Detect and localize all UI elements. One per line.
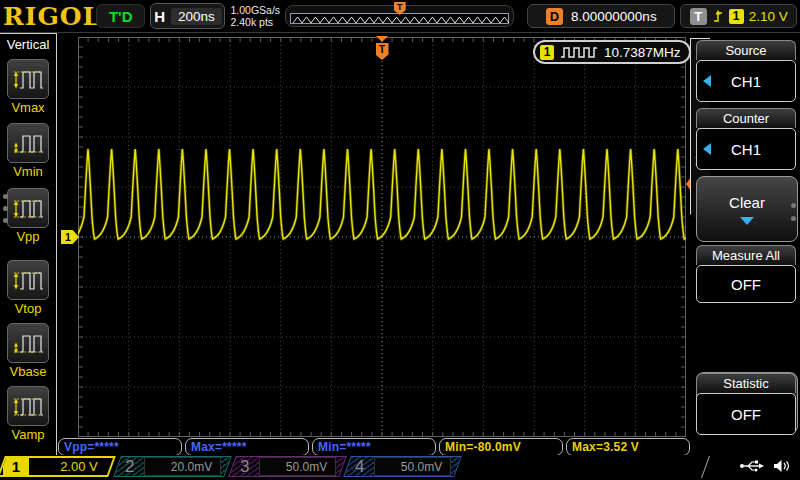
counter-label: Counter [696,108,796,128]
status-bar-divider [701,456,710,478]
sample-rate: 1.00GSa/s [230,4,280,16]
trigger-position-marker[interactable]: T [375,36,389,62]
measure-all-button[interactable]: OFF [696,265,796,303]
menu-item-vmin[interactable]: Vmin [0,123,56,179]
trigger-status-badge: T'D [96,4,145,28]
menu-item-vmax[interactable]: Vmax [0,59,56,115]
measure-all-label: Measure All [696,245,796,265]
measurement-min-value: Min=-80.0mV [439,438,563,456]
delay-icon: D [546,8,563,25]
vbase-icon [12,329,44,357]
trigger-position-arrow-icon [376,36,388,42]
menu-page-dots [791,203,796,221]
trigger-delay-value: 8.00000000ns [571,9,657,24]
trigger-icon: T [690,8,707,25]
trigger-level-value: 2.10 V [749,9,788,24]
memory-waveform-thumbnail [291,14,511,25]
rigol-logo: RIGOL [3,2,91,31]
source-group: Source CH1 [696,40,796,102]
memory-depth: 2.40k pts [230,16,280,28]
channel2-scale: 20.0mV [171,460,212,474]
channel1-status[interactable]: 1 2.00 V [0,456,116,477]
channel1-scale: 2.00 V [60,459,98,474]
waveform-display: 1 10.7387MHz T T 1 Vpp=***** Max=***** M… [57,33,690,455]
measurement-max-value: Max=3.52 V [566,438,690,456]
trigger-source-badge: 1 [729,9,744,24]
vpp-icon [12,194,44,222]
left-menu-title: Vertical [0,34,56,52]
measurement-results-bar: Vpp=***** Max=***** Min=***** Min=-80.0m… [58,438,690,456]
measurement-vpp: Vpp=***** [58,438,182,456]
source-label: Source [696,40,796,60]
measurement-min-pending: Min=***** [312,438,436,456]
channel3-scale: 50.0mV [286,460,327,474]
statistic-group: Statistic OFF [696,373,796,435]
channel3-status[interactable]: 3 50.0mV [228,456,347,477]
top-status-bar: RIGOL T'D H 200ns 1.00GSa/s 2.40k pts T … [0,0,800,33]
page-indicator-dots [3,194,8,223]
graticule-and-trace [78,37,686,437]
counter-frequency-value: 10.7387MHz [604,45,681,60]
channel4-status[interactable]: 4 50.0mV [343,456,462,477]
measure-menu-panel: Measure Source CH1 Counter CH1 Clear Mea… [690,33,800,455]
channel2-status[interactable]: 2 20.0mV [113,456,232,477]
menu-item-vbase[interactable]: Vbase [0,323,56,379]
vtop-icon [12,266,44,294]
usb-icon [739,459,765,473]
timebase-value: 200ns [171,8,222,25]
vmin-icon [12,129,44,157]
menu-item-vpp[interactable]: Vpp [0,188,56,244]
sound-icon [773,459,790,473]
chevron-down-icon [740,217,754,225]
rising-edge-icon [712,9,724,23]
statistic-button[interactable]: OFF [696,393,796,435]
acquisition-info: 1.00GSa/s 2.40k pts [230,4,280,28]
counter-group: Counter CH1 [696,108,796,170]
menu-item-vamp[interactable]: Vamp [0,386,56,442]
horizontal-label: H [154,8,165,25]
measurement-max-pending: Max=***** [185,438,309,456]
clear-button[interactable]: Clear [696,176,798,242]
vamp-icon [12,392,44,420]
counter-channel-badge: 1 [540,45,554,60]
oscilloscope-screen: RIGOL T'D H 200ns 1.00GSa/s 2.40k pts T … [0,0,800,480]
channel4-scale: 50.0mV [401,460,442,474]
trigger-info-box[interactable]: T 1 2.10 V [680,4,797,28]
chevron-left-icon [703,75,711,87]
channel1-ground-marker[interactable]: 1 [61,230,79,244]
menu-item-vtop[interactable]: Vtop [0,260,56,316]
source-button[interactable]: CH1 [696,60,796,102]
chevron-left-icon [703,143,711,155]
statistic-label: Statistic [696,373,796,393]
channel-status-bar: 1 2.00 V 2 20.0mV 3 50.0mV 4 50.0mV [0,455,800,480]
square-wave-icon [560,44,598,60]
trigger-status-text: T'D [109,8,133,25]
measure-all-group: Measure All OFF [696,245,796,303]
frequency-counter-badge: 1 10.7387MHz [533,40,691,64]
horizontal-timebase-box[interactable]: H 200ns [150,3,225,29]
counter-button[interactable]: CH1 [696,128,796,170]
horizontal-position-bar[interactable]: T [285,5,514,27]
trigger-delay-box[interactable]: D 8.00000000ns [527,4,675,28]
vmax-icon [12,65,44,93]
vertical-measure-menu: Vertical Vmax Vmin [0,33,57,455]
